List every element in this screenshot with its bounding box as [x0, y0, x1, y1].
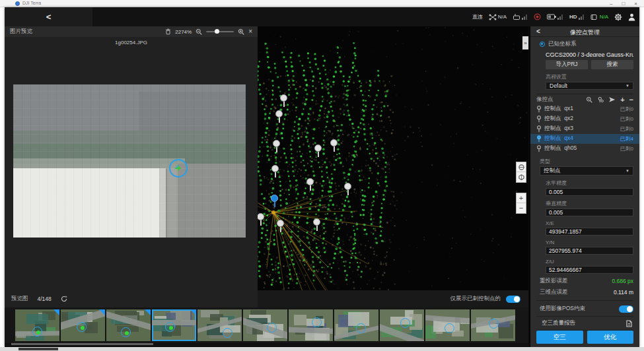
settings-gear-icon[interactable] [614, 13, 622, 21]
x-label: X/E [546, 220, 633, 226]
optimize-button[interactable]: 优化 [587, 331, 634, 344]
thumbnail-strip [5, 307, 528, 346]
quality-report-row[interactable]: 空三质量报告 [536, 316, 633, 331]
share-arrow-icon[interactable] [608, 96, 616, 103]
image-thumbnail[interactable] [380, 309, 424, 341]
view-3d-button[interactable] [517, 172, 526, 182]
maximize-button[interactable]: □ [622, 1, 625, 7]
gcp-status: 已刺0 [620, 115, 633, 123]
minimize-button[interactable]: – [610, 1, 612, 7]
rtk-status: N/A [590, 14, 608, 20]
view-2d-button[interactable] [517, 162, 526, 172]
horizontal-accuracy-label: 水平精度 [546, 179, 633, 187]
gcp-list-item[interactable]: 控制点 qx1已刺0 [530, 104, 639, 114]
point-cloud-canvas[interactable] [258, 26, 528, 290]
zoom-out-icon[interactable] [196, 28, 202, 35]
image-thumbnail[interactable] [106, 309, 151, 341]
pixel-grid-overlay [13, 84, 246, 238]
image-thumbnail[interactable] [61, 309, 105, 341]
image-thumbnail[interactable] [471, 309, 515, 341]
gcp-pin[interactable] [277, 220, 284, 227]
battery-status [547, 14, 563, 20]
gcp-pin[interactable] [330, 139, 338, 146]
known-crs-radio[interactable] [540, 42, 545, 47]
import-prj-button[interactable]: 导入PRJ [546, 60, 588, 69]
gcp-pin[interactable] [344, 183, 351, 190]
document-icon[interactable] [626, 320, 632, 327]
selected-gcp-pin[interactable] [271, 195, 278, 202]
gcp-pin[interactable] [275, 110, 283, 117]
rtk-battery-icon [590, 14, 598, 20]
gcp-marker[interactable] [169, 159, 188, 177]
gcp-status: 已刺4 [620, 135, 633, 143]
direct-connect-label[interactable]: 直连 [472, 13, 483, 20]
preview-image[interactable] [13, 84, 246, 238]
gcp-list-item[interactable]: 控制点 qh05已刺0 [530, 144, 639, 154]
elevation-select[interactable]: Default ▼ [546, 82, 633, 90]
filter-toggle-knob [514, 296, 520, 302]
gcp-list-item[interactable]: 控制点 qx4已刺4 [530, 134, 639, 144]
vertical-accuracy-input[interactable]: 0.005 [546, 208, 633, 216]
locate-gcp-icon[interactable] [586, 96, 592, 103]
gcp-list-item[interactable]: 控制点 qx2已刺0 [530, 114, 639, 124]
zoom-slider[interactable] [206, 31, 234, 32]
preview-close-icon[interactable]: × [248, 28, 252, 35]
close-button[interactable]: × [634, 1, 637, 7]
aerotriangulation-button[interactable]: 空三 [536, 331, 583, 344]
type-select[interactable]: 控制点 ▼ [540, 166, 633, 176]
zoom-slider-knob[interactable] [215, 29, 219, 34]
known-crs-row: 已知坐标系 [536, 40, 633, 48]
gcp-name: 控制点 qx2 [544, 115, 573, 123]
window-title: DJI Terra [22, 1, 41, 5]
thumbnail-badge [54, 309, 59, 315]
filter-toggle[interactable] [506, 296, 520, 303]
image-thumbnail[interactable] [425, 309, 470, 341]
zoom-out-button[interactable]: − [517, 203, 526, 213]
trash-icon[interactable] [165, 28, 171, 35]
zoom-in-button[interactable]: + [517, 193, 526, 203]
gcp-pin[interactable] [273, 140, 280, 147]
gcp-pin[interactable] [313, 218, 320, 226]
back-button[interactable]: < [5, 7, 92, 26]
gcp-list-toolbar: 像控点 + − [536, 96, 633, 104]
scrollbar-thumb[interactable] [11, 343, 153, 345]
remove-gcp-button[interactable]: − [629, 96, 633, 103]
refresh-icon[interactable] [61, 296, 67, 302]
image-thumbnail[interactable] [243, 309, 287, 341]
thumbnail-texture [294, 315, 306, 325]
search-crs-button[interactable]: 搜索 [591, 60, 633, 69]
profile-icon[interactable] [628, 13, 635, 21]
pos-constraint-row: 使用影像POS约束 [536, 300, 633, 313]
panel-expander-tab[interactable]: » [522, 36, 528, 49]
z-input[interactable]: 52.94466667 [546, 266, 633, 274]
gcp-pin[interactable] [314, 144, 322, 152]
thumbnail-texture [305, 333, 326, 340]
gcp-name: 控制点 qx4 [544, 135, 573, 143]
preview-title: 图片预览 [10, 28, 32, 36]
gcp-pin[interactable] [271, 165, 279, 172]
gcp-pin[interactable] [306, 178, 314, 185]
pin-search-icon[interactable] [597, 96, 604, 103]
image-thumbnail[interactable] [197, 309, 242, 341]
thumbnail-gcp-ring [489, 319, 499, 329]
image-thumbnail[interactable] [289, 309, 333, 341]
pos-toggle[interactable] [619, 305, 633, 313]
z-label: Z/U [546, 259, 633, 265]
aircraft-status: N/A [489, 14, 507, 20]
gcp-list-item[interactable]: 控制点 qx3已刺0 [530, 124, 639, 134]
thumbnail-scrollbar[interactable] [5, 343, 528, 345]
image-thumbnail[interactable] [15, 309, 59, 341]
image-thumbnail[interactable] [152, 309, 196, 341]
quality-report-label: 空三质量报告 [542, 319, 575, 327]
gcp-pin[interactable] [280, 94, 287, 102]
image-thumbnail[interactable] [334, 309, 378, 341]
gcp-status: 已刺0 [620, 145, 633, 152]
y-input[interactable]: 2507955.974 [546, 247, 633, 255]
gcp-list-title: 像控点 [536, 96, 554, 104]
x-input[interactable]: 493947.1857 [546, 228, 633, 236]
thumbnail-gcp-ring [223, 328, 233, 338]
horizontal-accuracy-input[interactable]: 0.005 [546, 188, 633, 196]
add-gcp-button[interactable]: + [620, 96, 624, 103]
desktop-strip [0, 347, 644, 351]
zoom-in-icon[interactable] [238, 28, 244, 35]
